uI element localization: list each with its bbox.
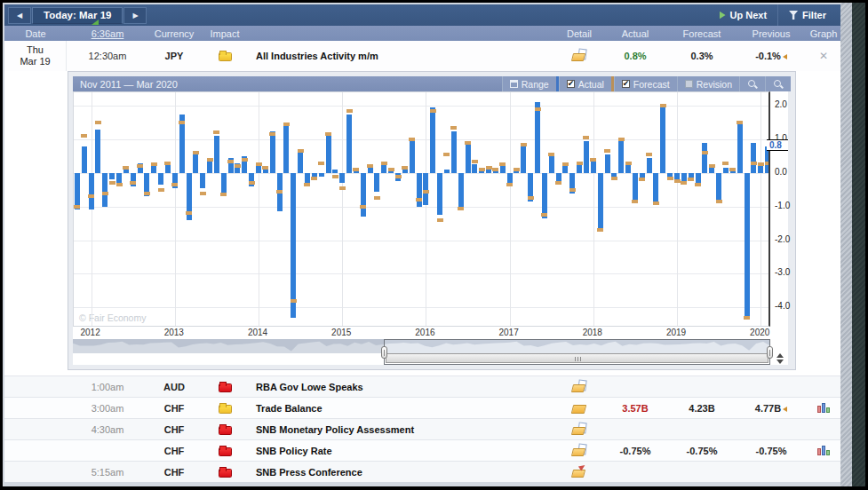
event-currency: CHF	[148, 444, 200, 458]
graph-cell[interactable]	[807, 399, 840, 416]
event-currency: CHF	[148, 465, 200, 479]
zoom-out-button[interactable]	[765, 76, 791, 91]
revision-toggle-button[interactable]: Revision	[677, 76, 739, 91]
detail-folder-icon[interactable]	[556, 47, 602, 65]
event-time	[67, 449, 148, 453]
actual-value	[602, 470, 668, 474]
previous-day-button[interactable]: ◀	[8, 7, 31, 24]
x-axis-year-labels: 201220132014201520162017201820192020	[73, 327, 770, 339]
column-graph: Graph	[807, 28, 840, 39]
open-graph-icon[interactable]	[817, 401, 830, 413]
event-row[interactable]: ThuMar 19 12:30am JPY All Industries Act…	[4, 41, 840, 71]
calendar-page: ◀ Today: Mar 19 ▶ Up Next Filter Date 6:…	[3, 3, 865, 486]
graph-cell[interactable]	[807, 470, 840, 474]
event-currency: AUD	[148, 380, 200, 394]
detail-folder-icon[interactable]	[556, 442, 602, 460]
previous-value	[736, 385, 807, 389]
actual-toggle-button[interactable]: Actual	[559, 76, 611, 91]
event-name: Trade Balance	[250, 401, 556, 415]
upcoming-events-list: 1:00am AUD RBA Gov Lowe Speaks 3:00am CH…	[4, 375, 840, 482]
event-time: 5:15am	[67, 465, 148, 479]
event-name: SNB Press Conference	[250, 465, 556, 479]
folder-doc-icon[interactable]	[571, 49, 587, 61]
graph-cell[interactable]	[807, 442, 840, 459]
previous-value	[736, 428, 807, 431]
event-row[interactable]: 5:15am CHF SNB Press Conference	[4, 461, 840, 482]
revision-checkbox[interactable]	[685, 80, 693, 88]
navigator-window[interactable]	[384, 339, 770, 365]
graph-cell[interactable]	[807, 428, 840, 431]
previous-value: -0.1%	[736, 49, 807, 63]
event-currency: JPY	[148, 49, 200, 63]
range-button[interactable]: Range	[502, 76, 556, 91]
column-detail: Detail	[556, 28, 602, 39]
detail-folder-icon[interactable]	[556, 421, 602, 439]
folder-doc-icon[interactable]	[571, 423, 587, 435]
impact-icon	[200, 400, 250, 415]
event-chart-panel: Nov 2011 — Mar 2020 Range Actual Forecas…	[68, 71, 796, 370]
folder-doc-icon[interactable]	[571, 380, 587, 392]
detail-folder-icon[interactable]	[556, 399, 602, 417]
chart-title-bar: Nov 2011 — Mar 2020 Range Actual Forecas…	[73, 76, 791, 91]
plot-area: © Fair Economy	[73, 91, 770, 327]
play-icon	[720, 12, 726, 20]
event-row[interactable]: 1:00am AUD RBA Gov Lowe Speaks	[4, 375, 840, 397]
graph-cell[interactable]: ✕	[807, 48, 840, 64]
forecast-value	[668, 428, 736, 431]
actual-value: -0.75%	[602, 444, 668, 458]
filter-button[interactable]: Filter	[777, 4, 837, 26]
navigator-right-handle[interactable]	[767, 346, 773, 359]
chart-body: © Fair Economy 2.01.00.0-1.0-2.0-3.0-4.0…	[73, 91, 788, 365]
event-name: All Industries Activity m/m	[250, 49, 556, 63]
forecast-value: -0.75%	[668, 444, 736, 458]
spin-down-icon	[776, 360, 784, 364]
current-time-indicator-icon	[92, 20, 99, 25]
actual-checkbox[interactable]	[567, 80, 575, 88]
detail-folder-icon[interactable]	[556, 378, 602, 396]
graph-cell[interactable]	[807, 385, 840, 389]
event-name: SNB Policy Rate	[250, 444, 556, 458]
close-graph-icon[interactable]: ✕	[819, 50, 828, 62]
calendar-content: ◀ Today: Mar 19 ▶ Up Next Filter Date 6:…	[4, 4, 840, 482]
event-time: 3:00am	[67, 401, 148, 415]
open-graph-icon[interactable]	[817, 444, 830, 455]
folder-doc-icon[interactable]	[571, 444, 587, 456]
forecast-value	[668, 470, 736, 474]
column-forecast: Forecast	[668, 28, 736, 39]
chart-resize-spinner[interactable]	[775, 352, 785, 366]
previous-value: -0.75%	[736, 444, 807, 458]
actual-value	[602, 428, 668, 431]
event-time: 12:30am	[67, 49, 148, 63]
up-next-button[interactable]: Up Next	[709, 4, 778, 26]
forecast-checkbox[interactable]	[622, 80, 630, 88]
date-cell	[4, 470, 67, 474]
calendar-icon	[510, 80, 518, 88]
navigator-left-handle[interactable]	[381, 346, 387, 359]
revision-arrow-icon	[783, 54, 787, 59]
funnel-icon	[789, 11, 798, 20]
forecast-toggle-button[interactable]: Forecast	[614, 76, 677, 91]
actual-value: 3.57B	[602, 401, 668, 415]
window-edge-hatch	[840, 3, 852, 486]
today-button[interactable]: Today: Mar 19	[32, 7, 123, 24]
chart-horizontal-scrollbar[interactable]	[386, 353, 768, 363]
previous-value: 4.77B	[736, 401, 807, 415]
next-day-button[interactable]: ▶	[123, 7, 147, 24]
detail-folder-icon[interactable]	[556, 463, 602, 481]
zoom-in-button[interactable]	[739, 76, 765, 91]
event-row[interactable]: 3:00am CHF Trade Balance 3.57B 4.23B 4.7…	[4, 397, 840, 418]
column-currency: Currency	[148, 28, 200, 39]
impact-icon	[200, 379, 250, 393]
spin-up-icon	[776, 353, 784, 358]
date-cell	[4, 385, 67, 389]
event-row[interactable]: 4:30am CHF SNB Monetary Policy Assessmen…	[4, 418, 840, 439]
date-cell	[4, 428, 67, 431]
actual-value: 0.8%	[602, 49, 668, 63]
current-time-link[interactable]: 6:36am	[67, 28, 148, 39]
event-time: 4:30am	[67, 423, 148, 437]
folder-speaker-icon[interactable]	[571, 465, 587, 478]
folder-open-icon[interactable]	[571, 401, 587, 414]
column-date: Date	[4, 28, 67, 39]
event-row[interactable]: CHF SNB Policy Rate -0.75% -0.75% -0.75%	[4, 439, 840, 461]
actual-value	[602, 385, 668, 389]
